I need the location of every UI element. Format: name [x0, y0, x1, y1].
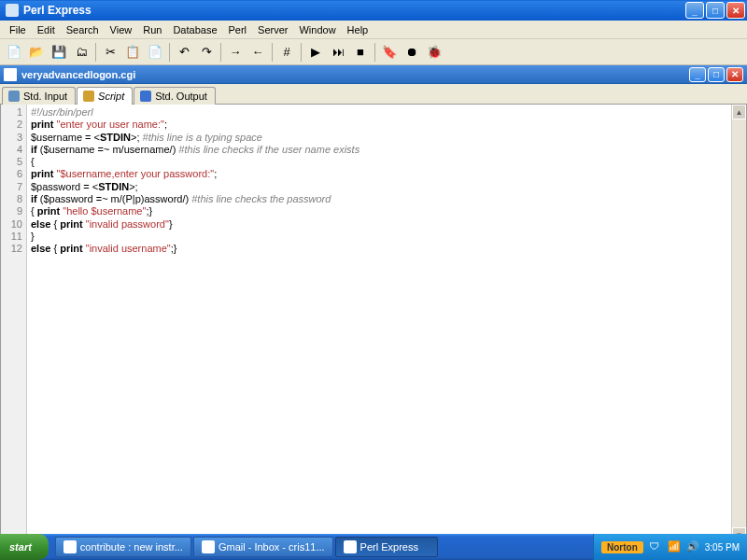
task-perl-express[interactable]: Perl Express: [335, 537, 438, 557]
menu-help[interactable]: Help: [342, 22, 374, 37]
windows-taskbar: start contribute : new instr...Gmail - I…: [0, 534, 747, 560]
record-icon[interactable]: ⏺: [402, 42, 422, 63]
cut-icon[interactable]: ✂: [100, 42, 120, 63]
menu-edit[interactable]: Edit: [32, 22, 61, 37]
paste-icon[interactable]: 📄: [145, 42, 165, 63]
norton-badge[interactable]: Norton: [601, 541, 643, 553]
main-titlebar: Perl Express _ □ ✕: [0, 0, 747, 21]
tray-volume-icon[interactable]: 🔊: [686, 540, 699, 553]
line-gutter: 123456789101112: [1, 105, 27, 542]
task-gmail-inbox-cris11-[interactable]: Gmail - Inbox - cris11...: [193, 537, 333, 557]
output-icon: [140, 91, 151, 102]
redo-icon[interactable]: ↷: [196, 42, 217, 63]
minimize-button[interactable]: _: [685, 2, 704, 19]
menu-server[interactable]: Server: [252, 22, 293, 37]
clock[interactable]: 3:05 PM: [705, 542, 740, 553]
task-app-icon: [202, 540, 215, 553]
input-icon: [8, 91, 20, 102]
maximize-button[interactable]: □: [706, 2, 725, 19]
menu-view[interactable]: View: [105, 22, 138, 37]
document-titlebar: veryadvancedlogon.cgi _ □ ✕: [0, 65, 747, 84]
code-editor: 123456789101112 #!/usr/bin/perlprint "en…: [0, 105, 747, 543]
script-icon: [83, 91, 94, 102]
document-icon: [4, 68, 17, 81]
outdent-icon[interactable]: ←: [247, 42, 268, 63]
document-title: veryadvancedlogon.cgi: [21, 69, 687, 80]
stop-icon[interactable]: ■: [350, 42, 371, 63]
new-file-icon[interactable]: 📄: [4, 42, 24, 63]
task-app-icon: [344, 540, 357, 553]
vertical-scrollbar[interactable]: ▲ ▼: [731, 105, 746, 542]
close-button[interactable]: ✕: [726, 2, 745, 19]
task-contribute-new-instr-[interactable]: contribute : new instr...: [55, 537, 191, 557]
doc-close-button[interactable]: ✕: [726, 67, 743, 82]
open-file-icon[interactable]: 📂: [26, 42, 47, 63]
tab-std-output[interactable]: Std. Output: [134, 87, 216, 105]
task-app-icon: [63, 540, 77, 553]
indent-icon[interactable]: →: [225, 42, 246, 63]
code-area[interactable]: #!/usr/bin/perlprint "enter your user na…: [27, 105, 731, 542]
tab-script[interactable]: Script: [77, 87, 133, 105]
app-icon: [6, 4, 19, 17]
menu-perl[interactable]: Perl: [223, 22, 253, 37]
tab-std-input[interactable]: Std. Input: [2, 87, 76, 105]
run-icon[interactable]: ▶: [305, 42, 326, 63]
bookmark-icon[interactable]: 🔖: [379, 42, 400, 63]
copy-icon[interactable]: 📋: [122, 42, 143, 63]
menu-database[interactable]: Database: [167, 22, 222, 37]
doc-maximize-button[interactable]: □: [708, 67, 725, 82]
debug-icon[interactable]: 🐞: [424, 42, 444, 63]
toolbar: 📄📂💾🗂✂📋📄↶↷→←#▶⏭■🔖⏺🐞: [0, 39, 747, 65]
window-title: Perl Express: [23, 4, 684, 17]
menu-run[interactable]: Run: [137, 22, 167, 37]
menu-file[interactable]: File: [4, 22, 32, 37]
menu-window[interactable]: Window: [293, 22, 341, 37]
tray-network-icon[interactable]: 📶: [668, 540, 681, 553]
system-tray: Norton 🛡 📶 🔊 3:05 PM: [593, 534, 747, 560]
scroll-up-icon[interactable]: ▲: [732, 105, 746, 119]
toggle-icon[interactable]: #: [276, 42, 297, 63]
tab-row: Std. InputScriptStd. Output: [0, 84, 747, 105]
doc-minimize-button[interactable]: _: [689, 67, 706, 82]
start-button[interactable]: start: [0, 534, 49, 560]
undo-icon[interactable]: ↶: [174, 42, 194, 63]
step-icon[interactable]: ⏭: [328, 42, 348, 63]
save-all-icon[interactable]: 🗂: [71, 42, 92, 63]
menu-search[interactable]: Search: [61, 22, 105, 37]
tray-shield-icon[interactable]: 🛡: [649, 540, 662, 553]
menubar: FileEditSearchViewRunDatabasePerlServerW…: [0, 21, 747, 39]
save-file-icon[interactable]: 💾: [49, 42, 69, 63]
